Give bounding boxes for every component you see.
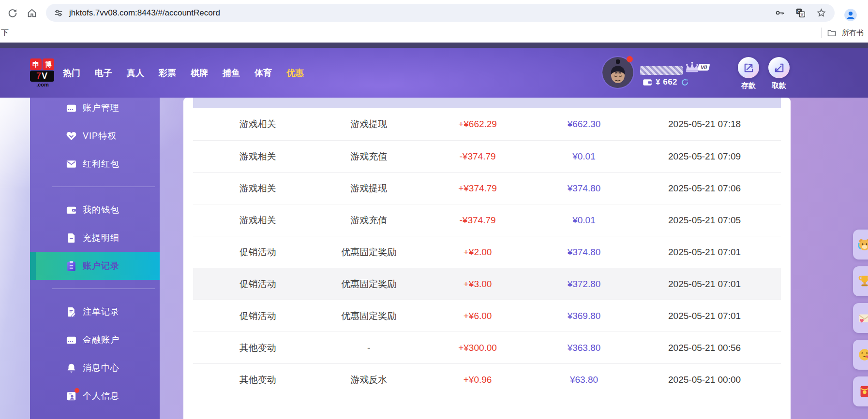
cell-type: 促销活动: [193, 278, 322, 290]
nav-item-chess[interactable]: 棋牌: [191, 67, 208, 79]
all-bookmarks-label[interactable]: 所有书: [842, 29, 864, 38]
sidebar-divider: [52, 187, 155, 187]
cell-time: 2025-05-21 07:06: [628, 183, 781, 194]
table-header-strip: [193, 98, 781, 108]
cell-balance: ¥0.01: [540, 215, 628, 226]
card-icon: [65, 334, 77, 346]
cell-amount: +¥2.00: [415, 247, 540, 258]
sidebar-item-label: 我的钱包: [83, 204, 120, 216]
page-background: 账户管理VIP特权红利红包我的钱包充提明细账户记录注单记录金融账户消息中心个人信…: [0, 98, 868, 419]
browser-profile-avatar[interactable]: [843, 8, 858, 22]
bookmark-star-icon[interactable]: [815, 7, 827, 19]
sidebar-item-my-wallet[interactable]: 我的钱包: [30, 196, 160, 224]
main-nav: 热门电子真人彩票棋牌捕鱼体育优惠: [63, 48, 304, 98]
table-row: 促销活动优惠固定奖励+¥3.00¥372.802025-05-21 07:01: [193, 268, 781, 300]
bear-icon: [857, 237, 868, 252]
nav-item-live[interactable]: 真人: [127, 67, 144, 79]
sidebar-item-label: 注单记录: [83, 306, 120, 318]
cell-amount: +¥0.96: [415, 375, 540, 385]
gift-letter-widget[interactable]: [853, 303, 868, 333]
withdraw-label: 取款: [768, 81, 790, 90]
cell-time: 2025-05-21 07:05: [628, 215, 781, 226]
cell-type: 促销活动: [193, 246, 322, 259]
cell-time: 2025-05-21 00:56: [628, 343, 781, 353]
reload-icon[interactable]: [7, 7, 18, 19]
translate-icon[interactable]: G文: [794, 7, 806, 19]
nav-item-hot[interactable]: 热门: [63, 67, 80, 79]
card-icon: [65, 102, 77, 114]
logo-v: V: [42, 71, 48, 81]
cell-amount: +¥374.79: [415, 183, 540, 194]
balance-amount: ¥ 662: [656, 77, 677, 87]
logo-com: .com: [30, 82, 55, 87]
sidebar-item-label: 红利红包: [83, 158, 120, 170]
cell-type: 其他变动: [193, 374, 322, 386]
cell-name: 优惠固定奖励: [322, 246, 415, 259]
cell-time: 2025-05-21 07:01: [628, 247, 781, 258]
cell-time: 2025-05-21 07:18: [628, 119, 781, 130]
sidebar-item-message-center[interactable]: 消息中心: [30, 354, 160, 382]
cell-amount: -¥374.79: [415, 215, 540, 226]
nav-item-sports[interactable]: 体育: [254, 67, 272, 79]
cell-name: 游戏充值: [322, 150, 415, 163]
home-icon[interactable]: [26, 7, 38, 19]
letter-icon: [857, 311, 868, 325]
cell-balance: ¥372.80: [540, 279, 628, 289]
sidebar-item-bonus-redpacket[interactable]: 红利红包: [30, 150, 160, 178]
cell-type: 游戏相关: [193, 182, 322, 195]
address-bar[interactable]: jhktofs.7vv08.com:8443/#/accountRecord G…: [46, 4, 835, 22]
cell-amount: +¥3.00: [415, 279, 540, 289]
envelope-icon: [65, 158, 77, 170]
kiss-face-widget[interactable]: [853, 340, 868, 370]
cell-name: 游戏充值: [322, 214, 415, 227]
site-info-icon[interactable]: [53, 7, 64, 19]
table-row: 游戏相关游戏提现+¥662.29¥662.302025-05-21 07:18: [193, 108, 781, 140]
cell-name: 游戏反水: [322, 374, 415, 386]
table-row: 游戏相关游戏充值-¥374.79¥0.012025-05-21 07:05: [193, 204, 781, 236]
logo-char-2: 博: [43, 58, 54, 70]
sidebar-item-account-record[interactable]: 账户记录: [30, 252, 160, 280]
nav-item-slots[interactable]: 电子: [95, 67, 112, 79]
sidebar-item-finance-account[interactable]: 金融账户: [30, 326, 160, 354]
sidebar-item-label: 账户记录: [83, 260, 120, 272]
cell-name: -: [322, 343, 415, 353]
logo-7: 7: [36, 71, 42, 81]
wallet-icon: [643, 77, 652, 87]
deposit-label: 存款: [738, 81, 759, 90]
table-row: 其他变动游戏反水+¥0.96¥63.802025-05-21 00:00: [193, 363, 781, 395]
cell-amount: -¥374.79: [415, 151, 540, 162]
cell-balance: ¥0.01: [540, 151, 628, 162]
withdraw-button[interactable]: 取款: [768, 57, 790, 90]
avatar-notification-dot: [627, 56, 633, 62]
customer-service-widget[interactable]: [853, 230, 868, 260]
sidebar-item-account-manage[interactable]: 账户管理: [30, 94, 160, 122]
deposit-button[interactable]: 存款: [738, 57, 759, 90]
red-packet-widget[interactable]: [853, 376, 868, 406]
nav-item-promo[interactable]: 优惠: [286, 67, 304, 79]
site-header: 申 博 7V .com 热门电子真人彩票棋牌捕鱼体育优惠 V0 ¥ 662 存款…: [0, 43, 868, 98]
trophy-widget[interactable]: [853, 266, 868, 296]
sidebar-item-personal-info[interactable]: 个人信息: [30, 382, 160, 410]
nav-item-lottery[interactable]: 彩票: [159, 67, 176, 79]
sidebar-item-label: 个人信息: [83, 390, 120, 402]
table-row: 促销活动优惠固定奖励+¥6.00¥369.802025-05-21 07:01: [193, 300, 781, 332]
nav-item-fishing[interactable]: 捕鱼: [223, 67, 240, 79]
sidebar-item-vip-privilege[interactable]: VIP特权: [30, 122, 160, 150]
bookmark-item[interactable]: 下: [1, 28, 9, 38]
refresh-balance-icon[interactable]: [681, 78, 689, 87]
sidebar-menu: 账户管理VIP特权红利红包我的钱包充提明细账户记录注单记录金融账户消息中心个人信…: [30, 94, 160, 410]
sidebar-item-deposit-withdraw-detail[interactable]: 充提明细: [30, 224, 160, 252]
cell-time: 2025-05-21 00:00: [628, 375, 781, 385]
packet-icon: [857, 384, 868, 399]
bell-icon: [65, 362, 77, 374]
site-logo[interactable]: 申 博 7V .com: [30, 58, 55, 87]
wallet-icon: [65, 204, 77, 216]
sidebar-item-label: 账户管理: [83, 102, 120, 114]
cell-type: 游戏相关: [193, 150, 322, 163]
password-key-icon[interactable]: [774, 7, 785, 19]
sidebar-item-bet-record[interactable]: 注单记录: [30, 298, 160, 326]
clipboard-icon: [65, 260, 77, 272]
url-text: jhktofs.7vv08.com:8443/#/accountRecord: [69, 8, 220, 18]
sidebar-item-label: 金融账户: [83, 334, 120, 346]
table-row: 游戏相关游戏提现+¥374.79¥374.802025-05-21 07:06: [193, 172, 781, 204]
